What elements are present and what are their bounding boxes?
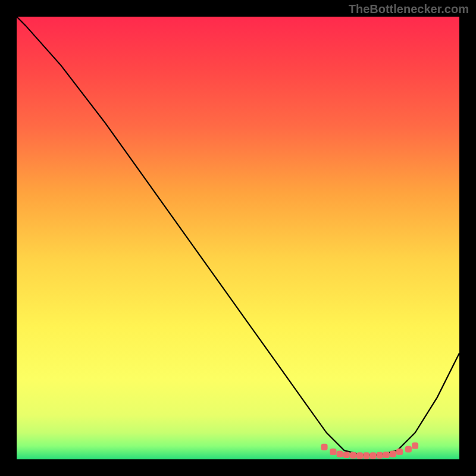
watermark-text: TheBottlenecker.com	[349, 2, 469, 16]
chart-plot-area	[17, 17, 459, 459]
chart-marker-point	[330, 449, 336, 455]
chart-marker-point	[390, 451, 396, 458]
chart-marker-point	[383, 452, 390, 458]
chart-marker-point	[377, 452, 383, 459]
chart-marker-point	[412, 442, 418, 449]
chart-marker-point	[321, 444, 328, 450]
chart-background	[17, 17, 459, 459]
chart-marker-point	[363, 452, 369, 459]
chart-svg	[17, 17, 459, 459]
chart-marker-point	[356, 452, 363, 459]
chart-marker-point	[337, 451, 343, 458]
chart-marker-point	[350, 452, 356, 459]
chart-marker-point	[396, 449, 403, 455]
chart-marker-point	[369, 452, 376, 459]
chart-marker-point	[343, 452, 350, 458]
chart-marker-point	[405, 446, 412, 452]
